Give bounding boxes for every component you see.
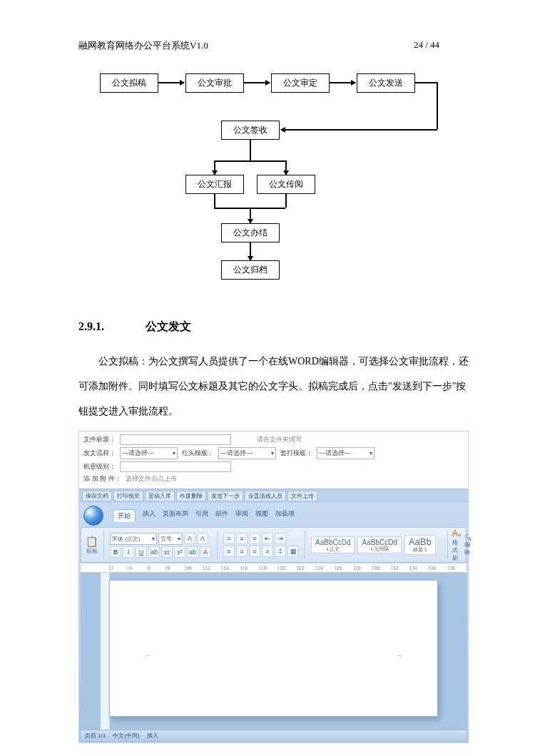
flow-box-finalize: 公文审定 xyxy=(271,73,330,93)
ribbon-tab-mail[interactable]: 邮件 xyxy=(215,509,228,522)
label-secrecy: 机密级别： xyxy=(83,462,116,471)
list-icon[interactable]: ≡ xyxy=(223,533,235,544)
flow-arrow xyxy=(244,82,270,83)
flow-box-complete: 公文办结 xyxy=(221,223,280,242)
flow-arrow xyxy=(281,129,437,131)
toolbar-tabs: 保存文档 打印预览 定稿入库 作废删除 发送下一步 设置流程人员 文件上传 xyxy=(79,489,468,503)
ribbon-font: 宋体 (正文) 五号 A A B I U ab x₂ x² ab xyxy=(110,531,218,559)
paper-select[interactable]: —请选择— xyxy=(317,447,374,459)
tab-sendnext[interactable]: 发送下一步 xyxy=(208,491,243,501)
page-number: 24 / 44 xyxy=(414,39,471,52)
section-paragraph: 公文拟稿：为公文撰写人员提供了一个在线WORD编辑器，可选择公文审批流程，还可添… xyxy=(78,349,471,424)
ribbon-tab-home[interactable]: 开始 xyxy=(113,509,136,522)
form-area: 文件标题： 请在文件夹填写 发文流程： —请选择— 红头模板： —请选择— 套打… xyxy=(79,431,468,489)
flow-connector xyxy=(250,139,251,160)
linesp-icon[interactable]: ‡ xyxy=(275,546,286,557)
ribbon-tab-review[interactable]: 审阅 xyxy=(235,509,248,522)
style-normal[interactable]: AaBbCcDd • 正文 xyxy=(311,536,355,554)
flow-box-draft: 公文拟稿 xyxy=(100,73,158,93)
font-select[interactable]: 宋体 (正文) xyxy=(110,533,157,545)
flowchart: 公文拟稿 公文审批 公文审定 公文发送 公文签收 公文汇报 公文传阅 公文办结 … xyxy=(78,66,471,309)
label-paper: 套打模板： xyxy=(280,449,312,458)
status-mode: 插入 xyxy=(147,732,158,740)
label-process: 发文流程： xyxy=(83,449,116,458)
outdent-icon[interactable]: ⇤ xyxy=(262,533,273,544)
flow-arrow xyxy=(250,208,251,223)
section-title: 公文发文 xyxy=(146,320,191,332)
tab-setproc[interactable]: 设置流程人员 xyxy=(245,491,286,501)
flow-arrow xyxy=(214,160,215,175)
editor-screenshot: 文件标题： 请在文件夹填写 发文流程： —请选择— 红头模板： —请选择— 套打… xyxy=(78,431,469,743)
flow-connector xyxy=(214,160,285,162)
numlist-icon[interactable]: ≡ xyxy=(236,533,248,544)
process-select[interactable]: —请选择— xyxy=(120,447,178,459)
flow-arrow xyxy=(330,82,355,83)
ribbon-styles: AaBbCcDd • 正文 AaBbCcDd • 无间隔 AaBb 标题 1 xyxy=(311,531,442,559)
tab-discard[interactable]: 作废删除 xyxy=(176,491,206,501)
ribbon-tab-layout[interactable]: 页面布局 xyxy=(163,509,188,522)
indent-icon[interactable]: ⇥ xyxy=(275,533,286,544)
align-center-icon[interactable]: ≡ xyxy=(236,546,248,557)
multilist-icon[interactable]: ≡ xyxy=(249,533,260,544)
margin-corner-icon: ⌐ xyxy=(146,652,150,660)
office-orb-icon[interactable] xyxy=(83,506,103,526)
secrecy-input[interactable] xyxy=(120,461,231,472)
ribbon-tabs: 开始 插入 页面布局 引用 邮件 审阅 视图 加载项 xyxy=(113,509,295,522)
label-title: 文件标题： xyxy=(83,435,116,444)
flow-box-approve: 公文审批 xyxy=(185,73,244,93)
ribbon-tab-addin[interactable]: 加载项 xyxy=(275,509,295,522)
flow-arrow xyxy=(285,160,287,175)
align-left-icon[interactable]: ≡ xyxy=(223,546,235,557)
document-area: ⌐ ¬ xyxy=(81,573,467,730)
style-nospace[interactable]: AaBbCcDd • 无间隔 xyxy=(357,536,401,554)
ribbon-bar: 📋 粘贴 宋体 (正文) 五号 A A B I xyxy=(81,527,467,563)
strike-icon[interactable]: ab xyxy=(148,546,160,558)
status-lang: 中文(中国) xyxy=(113,732,139,740)
horizontal-ruler: 2468101214161820222426283032343638 xyxy=(81,563,467,573)
system-title: 融网教育网络办公平台系统V1.0 xyxy=(78,39,414,52)
ribbon-edit: Aₐ 格式刷 🔍 编辑 xyxy=(447,531,477,559)
flow-connector xyxy=(437,82,438,129)
shade-icon[interactable]: ▦ xyxy=(287,546,299,557)
grow-font-icon[interactable]: A xyxy=(184,533,195,544)
sub-icon[interactable]: x₂ xyxy=(161,546,173,558)
bold-icon[interactable]: B xyxy=(110,546,121,558)
title-input[interactable] xyxy=(120,434,231,445)
flow-connector xyxy=(415,82,437,83)
status-page: 页面 1/1 xyxy=(85,732,106,740)
flow-arrow xyxy=(250,242,251,260)
attach-hint: 选择文件后点上传 xyxy=(126,474,177,484)
ribbon-tab-view[interactable]: 视图 xyxy=(255,509,268,522)
fontsize-select[interactable]: 五号 xyxy=(158,533,183,545)
ribbon-tab-insert[interactable]: 插入 xyxy=(143,509,156,522)
sup-icon[interactable]: x² xyxy=(174,546,185,558)
document-page[interactable]: ⌐ ¬ xyxy=(109,580,438,717)
italic-icon[interactable]: I xyxy=(123,546,134,558)
highlight-icon[interactable]: ab xyxy=(187,546,198,558)
fontcolor-icon[interactable]: A xyxy=(200,546,211,558)
head-select[interactable]: —请选择— xyxy=(218,447,276,459)
justify-icon[interactable]: ≡ xyxy=(262,546,273,557)
shrink-font-icon[interactable]: A xyxy=(197,533,208,544)
label-head: 红头模板： xyxy=(182,449,214,458)
section-heading: 2.9.1. 公文发文 xyxy=(78,320,471,334)
flow-arrow xyxy=(158,82,184,83)
flow-box-receive: 公文签收 xyxy=(221,121,280,140)
flow-box-circulate: 公文传阅 xyxy=(257,175,315,194)
margin-corner-icon: ¬ xyxy=(397,652,402,660)
flow-box-send: 公文发送 xyxy=(357,73,415,93)
ribbon-tab-ref[interactable]: 引用 xyxy=(195,509,208,522)
underline-icon[interactable]: U xyxy=(136,546,147,558)
label-attach: 添 加 附 件： xyxy=(83,474,121,484)
ribbon-clipboard: 📋 粘贴 xyxy=(86,531,104,559)
tab-preview[interactable]: 打印预览 xyxy=(113,491,143,501)
tab-upload[interactable]: 文件上传 xyxy=(287,491,317,501)
section-number: 2.9.1. xyxy=(78,320,143,333)
style-heading1[interactable]: AaBb 标题 1 xyxy=(404,535,436,555)
ribbon-paragraph: ≡ ≡ ≡ ⇤ ⇥ ≡ ≡ ≡ ≡ ‡ ▦ xyxy=(223,531,305,559)
flow-box-report: 公文汇报 xyxy=(185,175,244,194)
tab-final[interactable]: 定稿入库 xyxy=(145,491,175,501)
align-right-icon[interactable]: ≡ xyxy=(249,546,260,557)
page-header: 融网教育网络办公平台系统V1.0 24 / 44 xyxy=(78,39,471,52)
tab-save[interactable]: 保存文档 xyxy=(82,491,112,501)
